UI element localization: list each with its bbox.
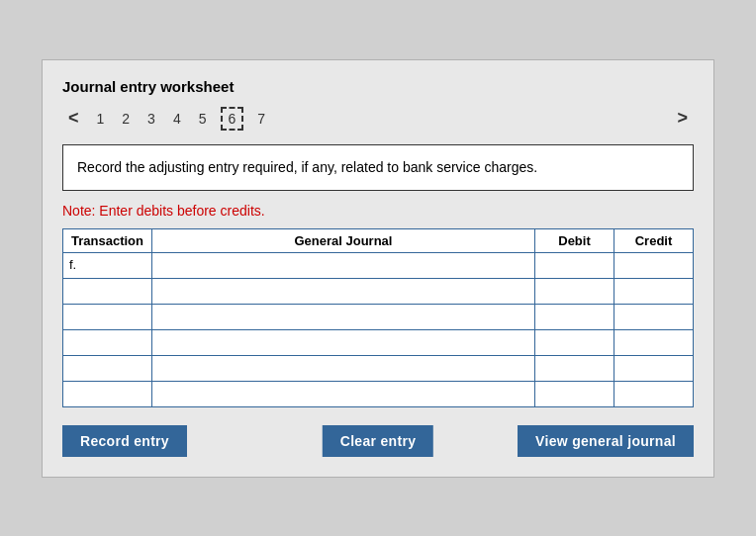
- journal-input[interactable]: [158, 361, 528, 376]
- journal-input[interactable]: [158, 310, 528, 324]
- page-num-4[interactable]: 4: [169, 109, 185, 129]
- instruction-box: Record the adjusting entry required, if …: [62, 144, 694, 191]
- transaction-cell: [63, 278, 152, 304]
- journal-cell[interactable]: [151, 355, 534, 381]
- debit-input[interactable]: [541, 284, 608, 299]
- debit-cell[interactable]: [535, 278, 614, 304]
- journal-input[interactable]: [158, 258, 528, 273]
- debit-input[interactable]: [541, 258, 608, 273]
- journal-cell[interactable]: [151, 278, 534, 304]
- page-num-1[interactable]: 1: [93, 109, 109, 129]
- col-header-transaction: Transaction: [63, 228, 152, 252]
- debit-input[interactable]: [541, 361, 608, 376]
- credit-input[interactable]: [620, 335, 687, 350]
- credit-cell[interactable]: [614, 355, 694, 381]
- page-num-6[interactable]: 6: [221, 107, 244, 131]
- page-numbers: 1234567: [93, 107, 270, 131]
- debit-input[interactable]: [541, 387, 608, 402]
- table-row: [63, 381, 694, 406]
- col-header-general-journal: General Journal: [151, 228, 534, 252]
- credit-cell[interactable]: [614, 304, 694, 329]
- credit-input[interactable]: [620, 361, 687, 376]
- debit-cell[interactable]: [535, 355, 614, 381]
- journal-cell[interactable]: [151, 252, 534, 278]
- transaction-cell: [63, 355, 152, 381]
- table-row: [63, 355, 694, 381]
- page-num-5[interactable]: 5: [195, 109, 211, 129]
- col-header-debit: Debit: [535, 228, 614, 252]
- page-title: Journal entry worksheet: [62, 78, 694, 95]
- transaction-cell: [63, 329, 152, 355]
- credit-input[interactable]: [620, 258, 687, 273]
- transaction-cell: f.: [63, 252, 152, 278]
- buttons-row: Record entry Clear entry View general jo…: [62, 425, 694, 457]
- next-arrow[interactable]: >: [671, 108, 694, 129]
- debit-cell[interactable]: [535, 381, 614, 406]
- worksheet-container: Journal entry worksheet < 1234567 > Reco…: [42, 59, 714, 478]
- view-general-journal-button[interactable]: View general journal: [518, 425, 694, 457]
- journal-input[interactable]: [158, 387, 528, 402]
- debit-cell[interactable]: [535, 304, 614, 329]
- debit-input[interactable]: [541, 310, 608, 324]
- journal-input[interactable]: [158, 284, 528, 299]
- clear-entry-button[interactable]: Clear entry: [323, 425, 433, 457]
- col-header-credit: Credit: [614, 228, 694, 252]
- page-num-2[interactable]: 2: [118, 109, 134, 129]
- credit-cell[interactable]: [614, 381, 694, 406]
- debit-cell[interactable]: [535, 252, 614, 278]
- journal-table: Transaction General Journal Debit Credit…: [62, 228, 694, 407]
- credit-cell[interactable]: [614, 329, 694, 355]
- debit-input[interactable]: [541, 335, 608, 350]
- credit-cell[interactable]: [614, 278, 694, 304]
- pagination: < 1234567 >: [62, 107, 694, 131]
- page-num-3[interactable]: 3: [143, 109, 159, 129]
- prev-arrow[interactable]: <: [62, 108, 85, 129]
- note-text: Note: Enter debits before credits.: [62, 203, 694, 219]
- page-num-7[interactable]: 7: [253, 109, 269, 129]
- table-row: [63, 329, 694, 355]
- credit-input[interactable]: [620, 387, 687, 402]
- table-row: [63, 278, 694, 304]
- credit-input[interactable]: [620, 310, 687, 324]
- debit-cell[interactable]: [535, 329, 614, 355]
- journal-input[interactable]: [158, 335, 528, 350]
- journal-cell[interactable]: [151, 329, 534, 355]
- journal-cell[interactable]: [151, 304, 534, 329]
- record-entry-button[interactable]: Record entry: [62, 425, 187, 457]
- transaction-cell: [63, 381, 152, 406]
- instruction-text: Record the adjusting entry required, if …: [77, 159, 537, 175]
- credit-input[interactable]: [620, 284, 687, 299]
- transaction-cell: [63, 304, 152, 329]
- table-row: [63, 304, 694, 329]
- journal-cell[interactable]: [151, 381, 534, 406]
- table-row: f.: [63, 252, 694, 278]
- credit-cell[interactable]: [614, 252, 694, 278]
